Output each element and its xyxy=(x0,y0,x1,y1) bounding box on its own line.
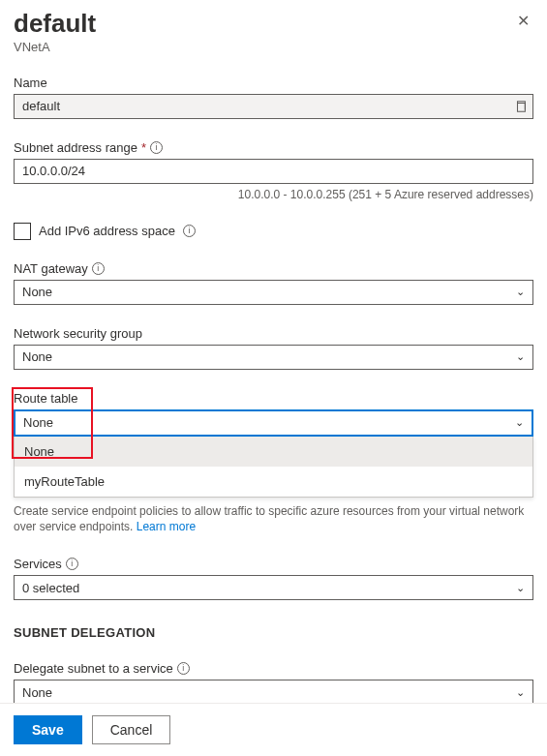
chevron-down-icon: ⌄ xyxy=(516,686,525,699)
nat-gateway-value: None xyxy=(22,285,52,299)
chevron-down-icon: ⌄ xyxy=(516,350,525,363)
subnet-range-helper: 10.0.0.0 - 10.0.0.255 (251 + 5 Azure res… xyxy=(14,188,533,201)
subnet-delegation-heading: SUBNET DELEGATION xyxy=(14,625,533,640)
delegate-subnet-value: None xyxy=(22,685,52,700)
info-icon[interactable]: i xyxy=(183,225,196,237)
chevron-down-icon: ⌄ xyxy=(515,416,524,429)
page-subtitle: VNetA xyxy=(14,40,96,54)
close-icon: ✕ xyxy=(517,13,530,29)
info-icon[interactable]: i xyxy=(92,262,105,275)
copy-icon[interactable] xyxy=(514,100,528,113)
nsg-select[interactable]: None ⌄ xyxy=(14,345,533,370)
svg-rect-0 xyxy=(518,103,526,111)
chevron-down-icon: ⌄ xyxy=(516,582,525,594)
name-label: Name xyxy=(14,76,533,90)
nat-gateway-select[interactable]: None ⌄ xyxy=(14,280,533,305)
service-endpoints-description: Create service endpoint policies to allo… xyxy=(14,504,524,534)
route-table-option-myroutetable[interactable]: myRouteTable xyxy=(15,467,532,497)
learn-more-link[interactable]: Learn more xyxy=(137,520,196,533)
info-icon[interactable]: i xyxy=(66,558,78,570)
delegate-subnet-label: Delegate subnet to a service xyxy=(14,661,173,676)
route-table-dropdown: None myRouteTable xyxy=(14,437,533,498)
chevron-down-icon: ⌄ xyxy=(516,286,525,298)
save-button[interactable]: Save xyxy=(14,715,82,744)
route-table-option-none[interactable]: None xyxy=(15,437,532,467)
nat-gateway-label: NAT gateway xyxy=(14,261,88,276)
subnet-range-label: Subnet address range xyxy=(14,140,137,155)
info-icon[interactable]: i xyxy=(177,662,190,675)
ipv6-checkbox-label: Add IPv6 address space xyxy=(39,224,175,238)
name-input[interactable] xyxy=(14,94,533,119)
cancel-button[interactable]: Cancel xyxy=(92,715,171,744)
page-title: default xyxy=(14,10,96,38)
required-indicator: * xyxy=(141,140,146,155)
close-button[interactable]: ✕ xyxy=(513,10,533,33)
route-table-value: None xyxy=(23,415,53,430)
delegate-subnet-select[interactable]: None ⌄ xyxy=(14,680,533,705)
nsg-value: None xyxy=(22,349,52,364)
info-icon[interactable]: i xyxy=(150,141,163,154)
services-label: Services xyxy=(14,557,62,571)
route-table-label: Route table xyxy=(14,391,533,406)
services-select[interactable]: 0 selected ⌄ xyxy=(14,575,533,600)
route-table-select[interactable]: None ⌄ xyxy=(14,409,533,437)
ipv6-checkbox[interactable] xyxy=(14,223,31,240)
nsg-label: Network security group xyxy=(14,326,533,341)
subnet-range-input[interactable] xyxy=(14,159,533,184)
services-value: 0 selected xyxy=(22,581,79,595)
